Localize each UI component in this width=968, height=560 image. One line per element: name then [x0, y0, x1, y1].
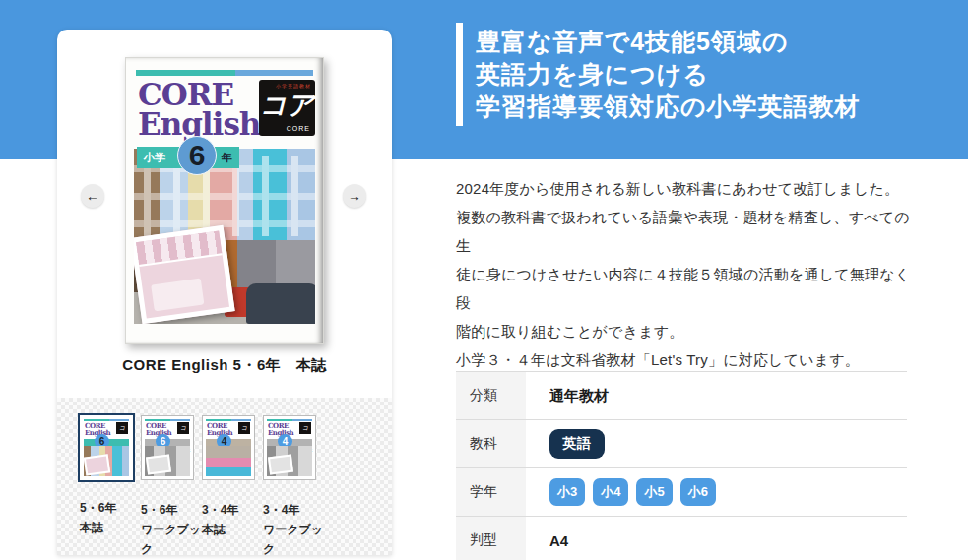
- thumb-photo: [145, 446, 190, 476]
- spec-row-subject: 教科 英語: [456, 419, 907, 467]
- spec-value-category: 通年教材: [549, 387, 609, 405]
- description-line: 複数の教科書で扱われている語彙や表現・題材を精査し、すべての生: [456, 203, 919, 260]
- product-page: 豊富な音声で4技能5領域の 英語力を身につける 学習指導要領対応の小学英語教材 …: [0, 0, 968, 560]
- page-title: 豊富な音声で4技能5領域の 英語力を身につける 学習指導要領対応の小学英語教材: [456, 23, 861, 126]
- spec-row-category: 分類 通年教材: [456, 371, 907, 419]
- spec-row-grades: 学年 小3 小4 小5 小6: [456, 467, 907, 516]
- book-cover-image[interactable]: CORE English 小学英語教材 コア CORE 小学 年 6: [125, 57, 324, 344]
- arrow-left-icon: ←: [86, 188, 99, 204]
- thumbnail-label: 5・6年 ワークブック: [141, 500, 202, 559]
- spec-label: 判型: [456, 517, 526, 560]
- thumbnail-item-34-honshi[interactable]: CORE English コア 4 3・4年 本誌: [202, 415, 263, 555]
- thumbnail-frame: CORE English コア 4: [202, 415, 255, 480]
- thumbnail-item-56-workbook[interactable]: CORE English コア 6 Workbook 5・6年 ワークブック: [141, 415, 202, 555]
- logo-top-text: 小学英語教材: [276, 83, 311, 89]
- core-logo: 小学英語教材 コア CORE: [259, 80, 315, 136]
- spec-label: 分類: [456, 372, 526, 419]
- thumbnail-strip: CORE English コア 6 5・6年 本誌: [57, 398, 392, 555]
- spec-table: 分類 通年教材 教科 英語 学年 小3 小4 小5 小6 判型 A4: [456, 371, 907, 560]
- grade-badge-sho4[interactable]: 小4: [593, 478, 628, 506]
- grade-suffix-label: 年: [222, 151, 232, 165]
- thumb-core-logo: コア: [177, 422, 189, 434]
- carousel-next-button[interactable]: →: [343, 184, 366, 208]
- thumbnail-frame: CORE English コア 4 Workbook: [263, 415, 316, 480]
- thumb-photo: [84, 446, 129, 476]
- thumbnail-label: 3・4年 ワークブック: [263, 500, 324, 559]
- spec-value-format: A4: [549, 532, 568, 549]
- carousel-prev-button[interactable]: ←: [81, 184, 104, 208]
- spec-label: 教科: [456, 420, 526, 467]
- product-description: 2024年度から使用される新しい教科書にあわせて改訂しました。 複数の教科書で扱…: [456, 174, 919, 374]
- thumb-core-logo: コア: [238, 422, 250, 434]
- thumbnail-label: 5・6年 本誌: [80, 498, 141, 537]
- cover-brand-line1: CORE: [138, 80, 260, 109]
- thumb-photo: [206, 446, 251, 476]
- cover-photo: [134, 149, 315, 324]
- description-line: 2024年度から使用される新しい教科書にあわせて改訂しました。: [456, 174, 919, 203]
- spec-row-format: 判型 A4: [456, 516, 907, 560]
- headline-line: 学習指導要領対応の小学英語教材: [476, 91, 861, 123]
- grade-number-badge: 6: [177, 136, 217, 175]
- logo-sub-text: CORE: [287, 125, 310, 132]
- product-gallery-card: CORE English 小学英語教材 コア CORE 小学 年 6: [57, 30, 392, 555]
- grade-badge-sho6[interactable]: 小6: [680, 478, 716, 506]
- description-line: 小学３・４年は文科省教材「Let's Try」に対応しています。: [456, 345, 919, 374]
- arrow-right-icon: →: [348, 188, 361, 204]
- logo-main-text: コア: [259, 90, 315, 121]
- thumb-core-logo: コア: [299, 422, 311, 434]
- headline-line: 豊富な音声で4技能5領域の: [476, 26, 861, 58]
- grade-badge-sho5[interactable]: 小5: [636, 478, 672, 506]
- grade-prefix-label: 小学: [144, 151, 165, 165]
- product-caption: CORE English 5・6年 本誌: [57, 356, 392, 375]
- cover-top-bar: [136, 70, 313, 76]
- thumbnail-frame: CORE English コア 6 Workbook: [141, 415, 194, 480]
- description-line: 階的に取り組むことができます。: [456, 317, 919, 345]
- cover-brand-line2: English: [138, 109, 260, 139]
- cover-brand-title: CORE English: [138, 80, 260, 139]
- headline-line: 英語力を身につける: [476, 58, 861, 91]
- thumb-photo: [267, 446, 312, 476]
- grade-badge-sho3[interactable]: 小3: [549, 478, 585, 506]
- thumbnail-item-34-workbook[interactable]: CORE English コア 4 Workbook 3・4年 ワークブック: [263, 415, 324, 555]
- thumb-core-logo: コア: [116, 422, 128, 434]
- description-line: 徒に身につけさせたい内容に４技能５領域の活動を通して無理なく段: [456, 260, 919, 317]
- thumbnail-item-56-honshi[interactable]: CORE English コア 6 5・6年 本誌: [80, 415, 141, 555]
- thumbnail-label: 3・4年 本誌: [202, 500, 263, 539]
- spec-label: 学年: [456, 468, 526, 516]
- thumbnail-selected-frame: CORE English コア 6: [78, 413, 135, 482]
- cover-photo-inset: [134, 225, 235, 324]
- subject-badge[interactable]: 英語: [549, 429, 605, 459]
- cover-photo-dark-car: [246, 283, 315, 324]
